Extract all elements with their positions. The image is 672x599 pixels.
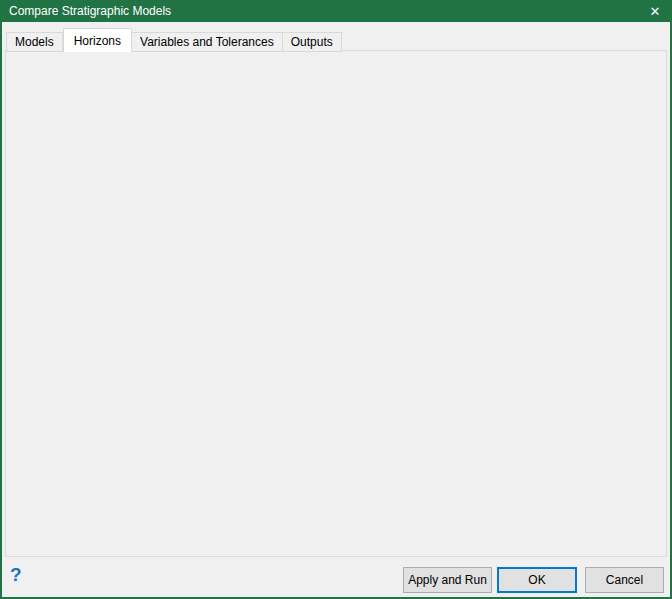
window-border-left bbox=[0, 22, 2, 597]
help-question-icon: ? bbox=[10, 564, 22, 585]
tab-horizons[interactable]: Horizons bbox=[63, 28, 132, 52]
close-button[interactable]: ✕ bbox=[638, 0, 672, 22]
tab-horizons-label: Horizons bbox=[74, 34, 121, 48]
ok-label: OK bbox=[528, 573, 545, 587]
tab-bar: Models Horizons Variables and Tolerances… bbox=[6, 28, 342, 52]
apply-and-run-label: Apply and Run bbox=[408, 573, 487, 587]
apply-and-run-button[interactable]: Apply and Run bbox=[403, 567, 492, 593]
tab-variables-and-tolerances[interactable]: Variables and Tolerances bbox=[132, 32, 283, 52]
titlebar: Compare Stratigraphic Models bbox=[0, 0, 672, 22]
tab-models-label: Models bbox=[15, 35, 54, 49]
tab-variables-and-tolerances-label: Variables and Tolerances bbox=[140, 35, 274, 49]
tab-outputs-label: Outputs bbox=[291, 35, 333, 49]
cancel-label: Cancel bbox=[606, 573, 643, 587]
window-title: Compare Stratigraphic Models bbox=[0, 4, 171, 18]
close-icon: ✕ bbox=[650, 4, 661, 19]
compare-stratigraphic-models-dialog: Compare Stratigraphic Models ✕ Models Ho… bbox=[0, 0, 672, 599]
ok-button[interactable]: OK bbox=[497, 567, 577, 593]
tab-models[interactable]: Models bbox=[6, 32, 63, 52]
help-button[interactable]: ? bbox=[10, 564, 22, 586]
cancel-button[interactable]: Cancel bbox=[585, 567, 664, 593]
tab-outputs[interactable]: Outputs bbox=[283, 32, 342, 52]
horizons-tab-page bbox=[5, 50, 667, 557]
